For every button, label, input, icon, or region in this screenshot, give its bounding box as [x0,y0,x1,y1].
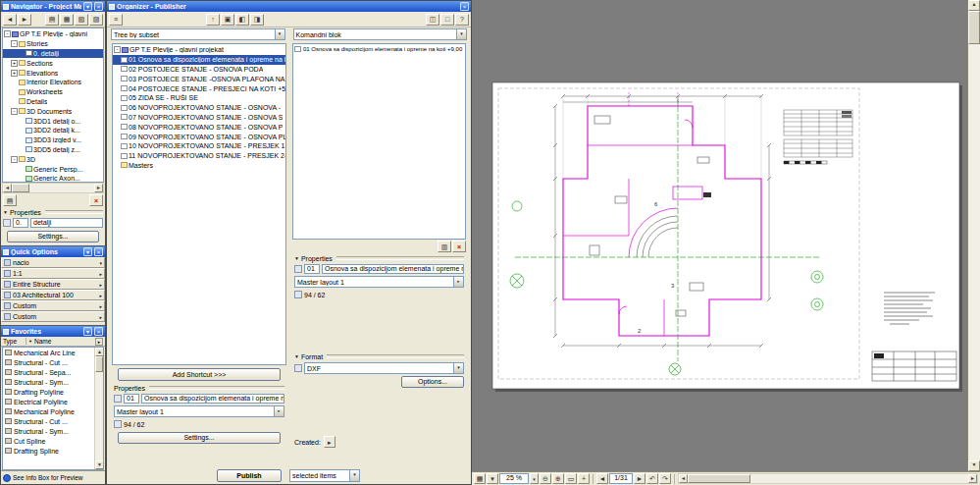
publish-scope-select[interactable]: selected items ▼ [289,469,360,482]
option-arrow-icon[interactable]: ▸ [99,303,102,309]
expander-icon[interactable]: - [11,156,18,163]
pan-button[interactable]: + [578,473,590,484]
tree-item[interactable]: Interior Elevations [3,78,103,87]
expander-icon[interactable]: + [11,60,18,67]
dropdown-icon[interactable]: ▸ [274,406,284,416]
expander-icon[interactable] [18,146,25,153]
drawing-area[interactable]: 6 3 2 [472,0,980,485]
delete-item-button[interactable]: × [89,194,103,206]
display-options-button[interactable]: ▾ [487,473,498,484]
publisher-item[interactable]: 10 NOVOPROJEKTOVANO STANJE - PRESJEK 1- [113,141,285,151]
organizer-settings-button[interactable]: Settings... [118,432,281,444]
close-icon[interactable]: × [94,247,103,256]
zoom-level-field[interactable]: 25 % [499,473,529,484]
scroll-down-icon[interactable]: ▼ [95,460,104,469]
expander-icon[interactable]: - [4,30,11,37]
tree-item[interactable]: - 3D [3,154,103,164]
quick-option[interactable]: 03 Architectural 100 ▸ [1,290,105,300]
project-map-button[interactable]: ▤ [45,14,59,26]
view-map-button[interactable]: ▦ [60,14,74,26]
expander-icon[interactable] [18,166,25,173]
expander-icon[interactable]: - [11,108,18,115]
previous-view-button[interactable]: ↶ [646,473,658,484]
zoom-menu-button[interactable]: ▼ [530,473,539,484]
scroll-thumb[interactable] [12,184,29,192]
horizontal-scrollbar[interactable]: ◄ ► [678,473,978,484]
favorites-scrollbar[interactable]: ▲ ▼ [94,348,103,469]
expander-icon[interactable]: - [11,40,18,47]
next-view-button[interactable]: ↷ [659,473,671,484]
expander-icon[interactable] [11,88,18,95]
organizer-help-button[interactable]: ? [455,14,469,26]
left-pane-button[interactable]: ◧ [235,14,249,26]
tree-item[interactable]: Generic Persp... [3,164,103,174]
go-back-button[interactable]: ◄ [3,14,17,26]
tree-item[interactable]: 3DD5 detalj z... [3,145,103,155]
close-icon[interactable]: × [94,2,103,11]
dropdown-icon[interactable]: ▼ [456,29,466,39]
scroll-up-icon[interactable]: ▲ [95,348,104,356]
navigator-settings-button[interactable]: Settings... [7,231,99,242]
collapse-icon[interactable]: ▼ [294,353,299,359]
quick-options-titlebar[interactable]: Quick Options ▾ × [1,246,105,257]
favorite-item[interactable]: Drafting Polyline [3,387,94,397]
layout-book-button[interactable]: ▧ [75,14,88,26]
publisher-item[interactable]: 01 Osnova sa dispozicijom elemenata i op… [113,55,285,65]
publish-button[interactable]: Publish [217,469,282,482]
expander-icon[interactable]: - [114,46,121,53]
remove-item-button[interactable]: × [452,241,466,252]
favorite-item[interactable]: Structural - Cut ... [3,416,94,426]
created-date-button[interactable]: ▸ [324,436,335,448]
pages-button[interactable]: ▦ [474,473,486,484]
navigator-titlebar[interactable]: Navigator - Project Map ▾ × [1,1,105,12]
master-layout-select[interactable]: Master layout 1 ▸ [114,405,284,417]
dropdown-icon[interactable]: ▼ [275,29,284,39]
favorite-item[interactable]: Structural - Sepa... [3,367,94,377]
publisher-item[interactable]: 05 ZIDA SE - RUŠI SE [113,93,285,103]
scroll-up-icon[interactable]: ▲ [968,0,980,11]
fit-in-window-button[interactable]: ▭ [565,473,577,484]
scroll-left-icon[interactable]: ◄ [3,184,12,192]
scroll-right-icon[interactable]: ► [94,184,103,192]
palette-menu-icon[interactable]: ▾ [83,247,92,256]
quick-option[interactable]: nacio ▾ [1,257,105,268]
tree-item[interactable]: + Elevations [3,68,103,78]
drop-right-icon[interactable]: ▸ [453,277,463,287]
layout-name-field[interactable]: Osnova sa dispozicijom elemenata i oprem… [141,394,284,404]
publisher-set-select[interactable]: Komandni blok ▼ [293,28,468,40]
tree-item[interactable]: 3DD2 detalj k... [3,126,103,135]
favorite-item[interactable]: Electrical Polyline [3,397,94,406]
columns-more-icon[interactable]: ▸ [95,338,103,346]
organizer-titlebar[interactable]: Organizer - Publisher × [107,1,471,12]
layout-name-field[interactable]: Osnova sa dispozicijom elemenata i oprem… [322,264,464,274]
go-forward-button[interactable]: ► [18,14,31,26]
favorite-item[interactable]: Structural - Cut ... [3,357,94,367]
vertical-scrollbar[interactable]: ▲ ▼ [967,0,980,471]
layout-number-field[interactable]: 1/31 [609,473,633,484]
favorites-titlebar[interactable]: Favorites ▾ × [1,326,105,337]
tree-item[interactable]: + Sections [3,58,103,68]
expander-icon[interactable] [18,50,25,57]
palette-menu-icon[interactable]: ▾ [83,327,92,336]
expander-icon[interactable] [18,175,25,182]
tree-item[interactable]: 0. detalji [3,49,103,59]
expander-icon[interactable] [18,127,25,134]
expander-icon[interactable]: + [11,70,18,77]
right-properties-header[interactable]: ▼ Properties [292,253,466,263]
palette-menu-icon[interactable]: ▾ [83,2,92,11]
publisher-item[interactable]: 04 POSTOJECE STANJE - PRESJECI NA KOTI +… [113,83,285,93]
favorite-item[interactable]: Mechanical Polyline [3,406,94,416]
add-shortcut-button[interactable]: Add Shortcut >>> [118,368,281,381]
publisher-item[interactable]: 02 POSTOJECE STANJE - OSNOVA PODA [113,65,285,75]
tree-hscrollbar[interactable]: ◄ ► [2,183,104,193]
scroll-left-icon[interactable]: ◄ [679,474,688,483]
new-folder-button[interactable]: ▣ [221,14,234,26]
quick-option[interactable]: Custom ▸ [1,300,105,311]
scroll-right-icon[interactable]: ► [968,474,977,483]
favorite-item[interactable]: Drafting Spline [3,446,94,456]
master-layout-select[interactable]: Master layout 1 ▸ [294,276,464,288]
up-level-button[interactable]: ↑ [206,14,220,26]
quick-option[interactable]: 1:1 ▸ [1,268,105,279]
option-arrow-icon[interactable]: ▸ [99,282,102,288]
navigator-properties-header[interactable]: ▼ Properties [1,207,105,217]
